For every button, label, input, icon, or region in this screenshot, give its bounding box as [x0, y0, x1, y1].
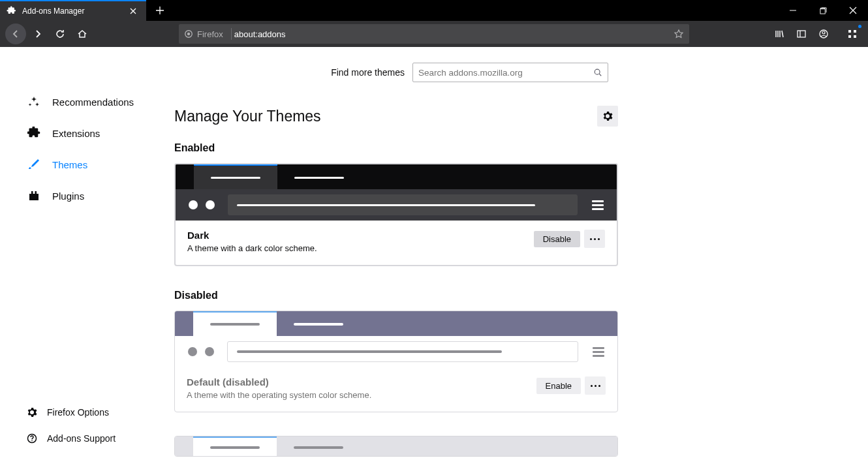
tab-title: Add-ons Manager: [22, 7, 127, 16]
disabled-heading: Disabled: [174, 290, 618, 301]
enable-button[interactable]: Enable: [536, 378, 581, 394]
sidebar-item-firefox-options[interactable]: Firefox Options: [26, 399, 174, 425]
browser-tab[interactable]: Add-ons Manager: [0, 0, 146, 21]
sidebar-item-label: Recommendations: [52, 97, 134, 108]
reload-button[interactable]: [50, 23, 70, 44]
sidebar-item-label: Add-ons Support: [47, 433, 116, 444]
svg-rect-15: [35, 191, 37, 194]
search-input[interactable]: [418, 68, 593, 78]
sidebar: Recommendations Extensions Themes Plugin…: [0, 47, 174, 458]
sidebar-button[interactable]: [791, 23, 812, 44]
svg-rect-5: [798, 31, 805, 37]
titlebar: Add-ons Manager: [0, 0, 868, 21]
brush-icon: [26, 157, 42, 172]
identity-box[interactable]: Firefox: [184, 29, 228, 39]
new-tab-button[interactable]: [146, 6, 174, 15]
search-label: Find more themes: [331, 67, 405, 78]
sidebar-item-recommendations[interactable]: Recommendations: [26, 86, 174, 117]
svg-line-19: [599, 74, 601, 76]
theme-card-dark: Dark A theme with a dark color scheme. D…: [174, 163, 618, 266]
theme-card-light: [174, 436, 618, 457]
window-controls: [778, 0, 868, 21]
search-box[interactable]: [412, 63, 608, 82]
svg-rect-2: [820, 8, 824, 13]
firefox-icon: [184, 29, 193, 38]
help-icon: [26, 433, 38, 444]
sidebar-item-label: Themes: [52, 159, 87, 170]
nav-toolbar: Firefox about:addons: [0, 21, 868, 47]
puzzle-icon: [26, 125, 42, 141]
svg-rect-10: [854, 30, 856, 33]
svg-point-8: [822, 31, 825, 34]
back-button[interactable]: [5, 23, 26, 44]
sidebar-item-label: Firefox Options: [47, 407, 109, 418]
theme-desc: A theme with the operating system color …: [187, 390, 536, 400]
sidebar-item-label: Plugins: [52, 191, 84, 202]
theme-preview[interactable]: [175, 436, 617, 457]
svg-rect-14: [31, 191, 33, 194]
forward-button[interactable]: [27, 23, 48, 44]
more-options-button[interactable]: [585, 376, 606, 395]
sidebar-item-label: Extensions: [52, 128, 100, 139]
home-button[interactable]: [72, 23, 93, 44]
url-bar[interactable]: Firefox about:addons: [179, 24, 689, 44]
gear-icon: [26, 406, 38, 418]
puzzle-icon: [7, 6, 17, 16]
library-button[interactable]: [769, 23, 790, 44]
plugin-icon: [26, 188, 42, 204]
sidebar-item-extensions[interactable]: Extensions: [26, 117, 174, 149]
menu-button[interactable]: [842, 23, 863, 44]
account-button[interactable]: [813, 23, 834, 44]
svg-point-4: [187, 33, 190, 35]
svg-rect-12: [854, 35, 856, 38]
theme-card-default: Default (disabled) A theme with the oper…: [174, 311, 618, 412]
svg-point-18: [595, 69, 600, 74]
gear-icon: [602, 111, 613, 121]
close-tab-button[interactable]: [127, 7, 140, 15]
theme-desc: A theme with a dark color scheme.: [187, 243, 534, 253]
theme-preview[interactable]: [175, 311, 617, 367]
svg-rect-9: [848, 30, 851, 33]
theme-name: Dark: [187, 230, 534, 241]
sidebar-item-plugins[interactable]: Plugins: [26, 180, 174, 211]
search-icon: [593, 68, 602, 77]
enabled-heading: Enabled: [174, 142, 618, 154]
bookmark-star-icon[interactable]: [674, 29, 684, 39]
close-window-button[interactable]: [838, 0, 868, 21]
tools-button[interactable]: [597, 106, 618, 127]
more-options-button[interactable]: [584, 230, 605, 248]
maximize-button[interactable]: [808, 0, 838, 21]
theme-name: Default (disabled): [187, 376, 536, 388]
svg-rect-13: [29, 194, 39, 200]
main-content: Find more themes Manage Your Themes Enab…: [174, 47, 868, 458]
sidebar-item-themes[interactable]: Themes: [26, 149, 174, 180]
sidebar-item-addons-support[interactable]: Add-ons Support: [26, 425, 174, 451]
theme-preview[interactable]: [176, 164, 617, 221]
disable-button[interactable]: Disable: [534, 231, 580, 247]
url-text: about:addons: [234, 29, 674, 39]
svg-rect-11: [848, 35, 851, 38]
sparkle-icon: [26, 94, 42, 110]
identity-label: Firefox: [197, 29, 223, 39]
page-heading: Manage Your Themes: [174, 108, 321, 125]
minimize-button[interactable]: [778, 0, 808, 21]
svg-point-17: [31, 440, 33, 442]
